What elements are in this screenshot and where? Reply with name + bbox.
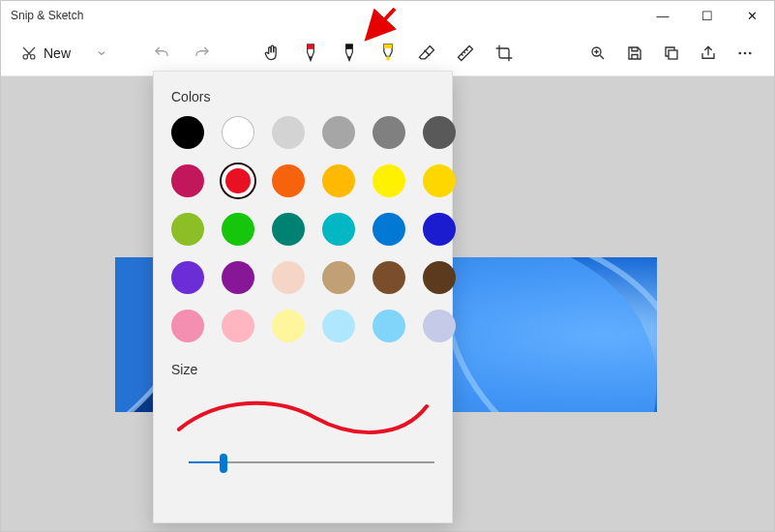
snip-icon <box>20 44 38 62</box>
ruler-icon <box>456 44 475 63</box>
maximize-button[interactable]: ☐ <box>685 1 730 30</box>
title-bar: Snip & Sketch — ☐ ✕ <box>1 1 774 30</box>
color-swatch[interactable] <box>222 310 254 342</box>
color-swatch[interactable] <box>171 261 204 294</box>
eraser-icon <box>417 44 436 63</box>
more-icon <box>736 44 754 62</box>
touch-writing-tool[interactable] <box>253 35 290 72</box>
chevron-down-icon <box>96 47 107 59</box>
toolbar: New <box>1 30 774 76</box>
color-swatch[interactable] <box>272 164 305 197</box>
color-swatch[interactable] <box>322 116 355 149</box>
minimize-button[interactable]: — <box>641 1 685 30</box>
toolbar-left: New <box>13 36 220 71</box>
color-swatch[interactable] <box>322 164 355 197</box>
color-swatch[interactable] <box>423 116 456 149</box>
zoom-icon <box>589 44 607 62</box>
slider-fill <box>189 461 224 463</box>
slider-thumb[interactable] <box>220 454 227 473</box>
color-swatch[interactable] <box>373 261 405 294</box>
color-grid <box>171 116 434 342</box>
pen-black-icon <box>340 43 359 64</box>
color-swatch[interactable] <box>222 213 254 246</box>
redo-button[interactable] <box>185 36 220 71</box>
color-swatch[interactable] <box>272 213 305 246</box>
color-swatch[interactable] <box>272 261 305 294</box>
save-icon <box>626 44 643 62</box>
svg-rect-4 <box>669 50 677 59</box>
crop-icon <box>494 44 514 63</box>
color-swatch[interactable] <box>222 116 254 149</box>
share-icon <box>700 44 717 62</box>
ruler-tool[interactable] <box>447 35 484 72</box>
color-swatch[interactable] <box>272 116 305 149</box>
colors-heading: Colors <box>171 89 434 104</box>
undo-button[interactable] <box>144 36 179 71</box>
color-swatch[interactable] <box>373 164 405 197</box>
redo-icon <box>194 44 211 62</box>
size-heading: Size <box>171 362 434 377</box>
highlighter-icon <box>378 43 398 64</box>
close-button[interactable]: ✕ <box>730 1 774 30</box>
hand-icon <box>262 44 282 63</box>
color-swatch[interactable] <box>171 164 204 197</box>
color-swatch[interactable] <box>373 213 405 246</box>
color-swatch[interactable] <box>322 310 355 342</box>
toolbar-right <box>581 36 762 71</box>
color-swatch[interactable] <box>222 261 254 294</box>
color-swatch[interactable] <box>272 310 305 342</box>
zoom-button[interactable] <box>581 36 615 71</box>
color-swatch[interactable] <box>322 213 355 246</box>
pencil-tool[interactable] <box>331 35 368 72</box>
svg-point-6 <box>744 51 747 54</box>
copy-icon <box>663 44 680 62</box>
color-swatch[interactable] <box>423 261 456 294</box>
new-label: New <box>44 45 71 61</box>
ballpoint-pen-tool[interactable] <box>292 35 329 72</box>
pen-red-icon <box>301 43 320 64</box>
window-controls: — ☐ ✕ <box>641 1 774 30</box>
color-swatch[interactable] <box>171 213 204 246</box>
copy-button[interactable] <box>654 36 689 71</box>
color-swatch[interactable] <box>423 213 456 246</box>
new-dropdown[interactable] <box>84 36 119 71</box>
more-button[interactable] <box>728 36 762 71</box>
pen-options-popup: Colors Size <box>153 71 453 523</box>
tools-group <box>253 35 522 72</box>
color-swatch[interactable] <box>423 310 456 342</box>
new-button[interactable]: New <box>13 38 78 69</box>
svg-point-1 <box>31 54 36 59</box>
color-swatch[interactable] <box>322 261 355 294</box>
color-swatch[interactable] <box>373 310 405 342</box>
crop-tool[interactable] <box>486 35 522 72</box>
highlighter-tool[interactable] <box>370 35 406 72</box>
undo-icon <box>153 44 170 62</box>
color-swatch[interactable] <box>423 164 456 197</box>
size-preview <box>171 389 434 437</box>
color-swatch[interactable] <box>222 164 254 197</box>
eraser-tool[interactable] <box>408 35 445 72</box>
share-button[interactable] <box>691 36 726 71</box>
svg-point-7 <box>749 51 752 54</box>
color-swatch[interactable] <box>373 116 405 149</box>
color-swatch[interactable] <box>171 310 204 342</box>
svg-point-5 <box>738 51 741 54</box>
save-button[interactable] <box>617 36 652 71</box>
color-swatch[interactable] <box>171 116 204 149</box>
svg-rect-2 <box>386 56 389 60</box>
app-title: Snip & Sketch <box>11 9 83 22</box>
size-slider[interactable] <box>171 451 434 474</box>
svg-point-0 <box>23 54 28 59</box>
